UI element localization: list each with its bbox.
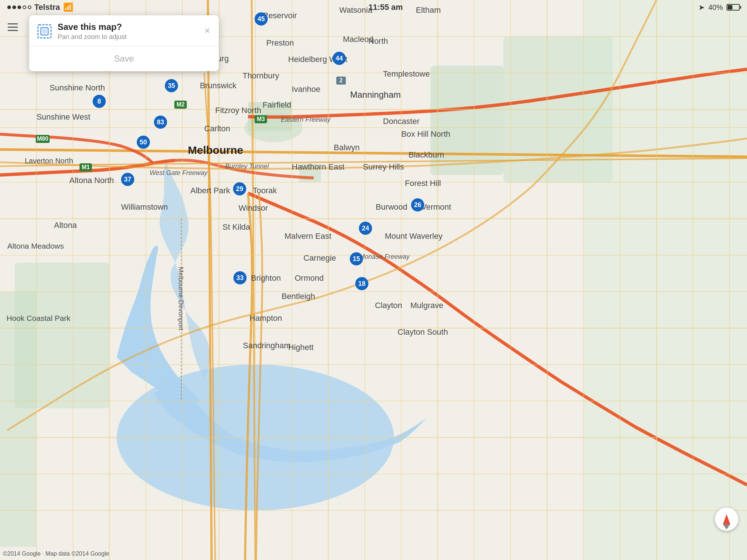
signal-dot-4 xyxy=(23,5,26,9)
svg-text:Williamstown: Williamstown xyxy=(121,202,168,211)
svg-text:83: 83 xyxy=(157,118,164,126)
svg-text:8: 8 xyxy=(97,98,101,105)
svg-text:15: 15 xyxy=(353,255,360,262)
svg-text:Burnley Tunnel: Burnley Tunnel xyxy=(225,163,269,170)
svg-rect-4 xyxy=(584,0,747,560)
svg-text:Macleod: Macleod xyxy=(343,35,373,44)
svg-text:Hampton: Hampton xyxy=(249,314,282,323)
svg-text:Fitzroy North: Fitzroy North xyxy=(215,106,261,115)
svg-text:Fairfield: Fairfield xyxy=(263,100,291,109)
svg-text:M80: M80 xyxy=(37,136,48,142)
svg-text:Preston: Preston xyxy=(266,38,294,47)
svg-text:St Kilda: St Kilda xyxy=(222,222,251,232)
svg-text:Burwood: Burwood xyxy=(376,202,407,211)
menu-button[interactable] xyxy=(4,19,22,35)
save-map-icon xyxy=(36,23,53,39)
compass-arrow xyxy=(723,514,730,524)
svg-text:M3: M3 xyxy=(257,116,265,122)
svg-text:Carlton: Carlton xyxy=(204,124,230,133)
svg-text:Melbourne-Devonport: Melbourne-Devonport xyxy=(177,267,185,330)
hamburger-line-2 xyxy=(8,27,18,28)
svg-text:Sunshine North: Sunshine North xyxy=(50,83,105,92)
svg-text:Templestowe: Templestowe xyxy=(383,69,430,78)
svg-text:Ormond: Ormond xyxy=(295,273,324,283)
svg-text:Mount Waverley: Mount Waverley xyxy=(385,232,442,241)
status-bar: Telstra 📶 11:55 am ➤ 40% xyxy=(0,0,747,15)
svg-text:44: 44 xyxy=(336,55,343,62)
svg-text:Monash Freeway: Monash Freeway xyxy=(359,253,410,260)
svg-text:Mulgrave: Mulgrave xyxy=(410,301,443,310)
svg-text:Windsor: Windsor xyxy=(239,203,268,213)
svg-text:Box Hill North: Box Hill North xyxy=(401,129,450,139)
svg-text:Laverton North: Laverton North xyxy=(25,157,73,165)
dialog-save-button[interactable]: Save xyxy=(29,46,219,71)
svg-text:18: 18 xyxy=(358,280,365,287)
dialog-header: Save this map? Pan and zoom to adjust × xyxy=(29,15,219,46)
svg-text:Thornbury: Thornbury xyxy=(243,71,279,80)
svg-text:Highett: Highett xyxy=(288,343,314,352)
signal-dot-1 xyxy=(7,5,11,9)
svg-rect-141 xyxy=(42,29,47,34)
svg-text:26: 26 xyxy=(414,201,421,209)
dialog-close-button[interactable]: × xyxy=(202,24,213,37)
svg-text:Sunshine West: Sunshine West xyxy=(36,112,90,121)
location-icon: ➤ xyxy=(698,3,705,12)
svg-text:Sandringham: Sandringham xyxy=(243,341,291,350)
svg-text:Albert Park: Albert Park xyxy=(190,186,231,195)
signal-dot-2 xyxy=(12,5,16,9)
dialog-text-container: Save this map? Pan and zoom to adjust xyxy=(58,22,212,41)
signal-strength xyxy=(7,5,31,9)
svg-text:29: 29 xyxy=(236,185,243,192)
svg-text:Blackburn: Blackburn xyxy=(409,150,444,159)
svg-text:Brighton: Brighton xyxy=(251,273,281,283)
hamburger-line-3 xyxy=(8,30,18,31)
svg-text:Melbourne: Melbourne xyxy=(188,144,243,156)
svg-text:Altona Meadows: Altona Meadows xyxy=(7,242,64,250)
map-background[interactable]: Reservoir Watsonia Eltham North Preston … xyxy=(0,0,747,560)
svg-rect-8 xyxy=(0,292,36,547)
svg-text:Carnegie: Carnegie xyxy=(303,253,336,262)
svg-text:Surrey Hills: Surrey Hills xyxy=(363,162,404,171)
svg-text:Hook Coastal Park: Hook Coastal Park xyxy=(7,314,71,322)
svg-text:33: 33 xyxy=(236,274,244,281)
svg-text:2: 2 xyxy=(340,77,343,83)
svg-text:West Gate Freeway: West Gate Freeway xyxy=(150,169,208,176)
svg-text:24: 24 xyxy=(362,225,369,232)
svg-text:Malvern East: Malvern East xyxy=(285,232,331,241)
svg-text:Clayton: Clayton xyxy=(375,301,402,310)
battery-fill xyxy=(728,5,732,9)
dialog-title: Save this map? xyxy=(58,22,212,32)
signal-dot-3 xyxy=(18,5,21,9)
save-map-dialog: Save this map? Pan and zoom to adjust × … xyxy=(29,15,219,71)
svg-text:Eastern Freeway: Eastern Freeway xyxy=(281,116,331,123)
carrier-label: Telstra xyxy=(34,3,60,12)
svg-text:Brunswick: Brunswick xyxy=(200,81,237,90)
svg-text:M2: M2 xyxy=(177,101,185,108)
hamburger-line-1 xyxy=(8,23,18,24)
svg-text:Toorak: Toorak xyxy=(253,186,277,195)
svg-text:Balwyn: Balwyn xyxy=(334,143,360,152)
svg-text:Hawthorn East: Hawthorn East xyxy=(292,162,344,171)
dialog-subtitle: Pan and zoom to adjust xyxy=(58,33,212,41)
svg-text:Altona: Altona xyxy=(54,221,77,230)
svg-text:37: 37 xyxy=(124,176,131,183)
svg-text:Manningham: Manningham xyxy=(350,90,401,100)
svg-text:Altona North: Altona North xyxy=(69,176,114,185)
svg-text:50: 50 xyxy=(140,139,147,146)
svg-text:Clayton South: Clayton South xyxy=(398,327,448,337)
svg-text:Doncaster: Doncaster xyxy=(383,117,419,126)
svg-text:Bentleigh: Bentleigh xyxy=(282,292,315,301)
svg-text:Vermont: Vermont xyxy=(421,202,451,211)
signal-dot-5 xyxy=(28,5,31,9)
compass-button[interactable] xyxy=(715,508,738,531)
svg-text:35: 35 xyxy=(168,82,175,89)
copyright-text: ©2014 Google · Map data ©2014 Google xyxy=(3,551,109,557)
wifi-icon: 📶 xyxy=(63,3,73,12)
svg-text:Ivanhoe: Ivanhoe xyxy=(292,85,320,94)
battery-percent: 40% xyxy=(708,3,723,12)
clock: 11:55 am xyxy=(368,3,403,12)
battery-indicator xyxy=(727,4,740,11)
svg-text:M1: M1 xyxy=(82,164,90,170)
battery-box xyxy=(727,4,740,11)
svg-text:45: 45 xyxy=(258,15,265,23)
